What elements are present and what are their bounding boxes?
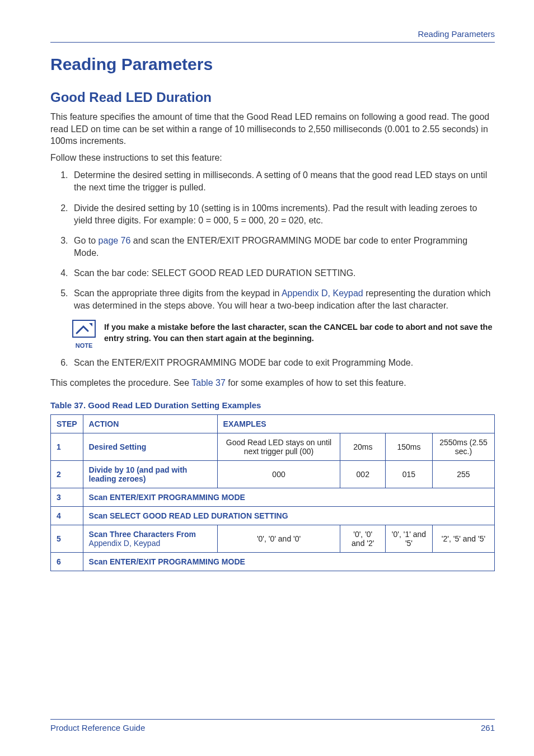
running-header: Reading Parameters: [50, 29, 495, 39]
step-3-text-b: and scan the ENTER/EXIT PROGRAMMING MODE…: [74, 236, 467, 258]
intro-para-2: Follow these instructions to set this fe…: [50, 152, 495, 164]
intro-para-1: This feature specifies the amount of tim…: [50, 111, 495, 147]
cell-ex: 002: [340, 460, 386, 488]
step-5-text-a: Scan the appropriate three digits from t…: [74, 288, 282, 298]
cell-ex: 015: [386, 460, 433, 488]
note-icon: NOTE: [71, 320, 97, 349]
cell-ex: Good Read LED stays on until next trigge…: [217, 433, 340, 460]
cell-action: Desired Setting: [83, 433, 217, 460]
steps-list: Determine the desired setting in millise…: [50, 169, 495, 312]
cell-ex: 150ms: [386, 433, 433, 460]
table-header-row: STEP ACTION EXAMPLES: [51, 414, 495, 433]
cell-merged: Scan SELECT GOOD READ LED DURATION SETTI…: [83, 506, 494, 525]
step-3-text-a: Go to: [74, 236, 99, 245]
svg-rect-0: [73, 320, 95, 337]
cell-step: 3: [51, 488, 83, 506]
cell-step: 4: [51, 506, 83, 525]
steps-list-cont: Scan the ENTER/EXIT PROGRAMMING MODE bar…: [50, 357, 495, 369]
table-caption: Table 37. Good Read LED Duration Setting…: [50, 400, 495, 410]
closing-para: This completes the procedure. See Table …: [50, 377, 495, 389]
cell-action-text: Scan Three Characters From: [89, 530, 196, 539]
cell-ex: 20ms: [340, 433, 386, 460]
table-row: 6 Scan ENTER/EXIT PROGRAMMING MODE: [51, 552, 495, 571]
table-row: 4 Scan SELECT GOOD READ LED DURATION SET…: [51, 506, 495, 525]
step-3: Go to page 76 and scan the ENTER/EXIT PR…: [71, 235, 495, 259]
cell-ex: '0', '0' and '0': [217, 525, 340, 552]
cell-ex: '0', '1' and '5': [386, 525, 433, 552]
footer-page-number: 261: [481, 723, 495, 732]
appendix-link[interactable]: Appendix D, Keypad: [282, 288, 363, 298]
cell-ex: '0', '0' and '2': [340, 525, 386, 552]
table-row: 2 Divide by 10 (and pad with leading zer…: [51, 460, 495, 488]
note-text: If you make a mistake before the last ch…: [104, 320, 495, 344]
table-link[interactable]: Table 37: [191, 378, 226, 388]
step-2: Divide the desired setting by 10 (settin…: [71, 202, 495, 227]
closing-text-b: for some examples of how to set this fea…: [226, 378, 406, 388]
page-footer: Product Reference Guide 261: [50, 719, 495, 732]
examples-table: STEP ACTION EXAMPLES 1 Desired Setting G…: [50, 414, 495, 571]
subsection-title: Good Read LED Duration: [50, 90, 495, 105]
cell-step: 2: [51, 460, 83, 488]
col-step: STEP: [51, 414, 83, 433]
table-row: 5 Scan Three Characters From Appendix D,…: [51, 525, 495, 552]
table-row: 3 Scan ENTER/EXIT PROGRAMMING MODE: [51, 488, 495, 506]
step-1: Determine the desired setting in millise…: [71, 169, 495, 194]
note-label: NOTE: [71, 342, 97, 349]
page-title: Reading Parameters: [50, 55, 495, 74]
cell-action: Scan Three Characters From Appendix D, K…: [83, 525, 217, 552]
header-rule: [50, 42, 495, 43]
table-row: 1 Desired Setting Good Read LED stays on…: [51, 433, 495, 460]
step-4: Scan the bar code: SELECT GOOD READ LED …: [71, 267, 495, 279]
closing-text-a: This completes the procedure. See: [50, 378, 191, 388]
cell-merged: Scan ENTER/EXIT PROGRAMMING MODE: [83, 488, 494, 506]
cell-ex: 255: [432, 460, 494, 488]
cell-ex: 000: [217, 460, 340, 488]
cell-step: 1: [51, 433, 83, 460]
cell-ex: 2550ms (2.55 sec.): [432, 433, 494, 460]
page-link[interactable]: page 76: [99, 236, 131, 245]
note-block: NOTE If you make a mistake before the la…: [71, 320, 495, 349]
appendix-link-cell[interactable]: Appendix D, Keypad: [89, 539, 161, 548]
cell-action: Divide by 10 (and pad with leading zeroe…: [83, 460, 217, 488]
cell-merged: Scan ENTER/EXIT PROGRAMMING MODE: [83, 552, 494, 571]
col-examples: EXAMPLES: [217, 414, 494, 433]
footer-left: Product Reference Guide: [50, 723, 145, 732]
cell-step: 5: [51, 525, 83, 552]
step-5: Scan the appropriate three digits from t…: [71, 287, 495, 312]
cell-step: 6: [51, 552, 83, 571]
cell-ex: '2', '5' and '5': [432, 525, 494, 552]
col-action: ACTION: [83, 414, 217, 433]
step-6: Scan the ENTER/EXIT PROGRAMMING MODE bar…: [71, 357, 495, 369]
footer-rule: [50, 719, 495, 720]
